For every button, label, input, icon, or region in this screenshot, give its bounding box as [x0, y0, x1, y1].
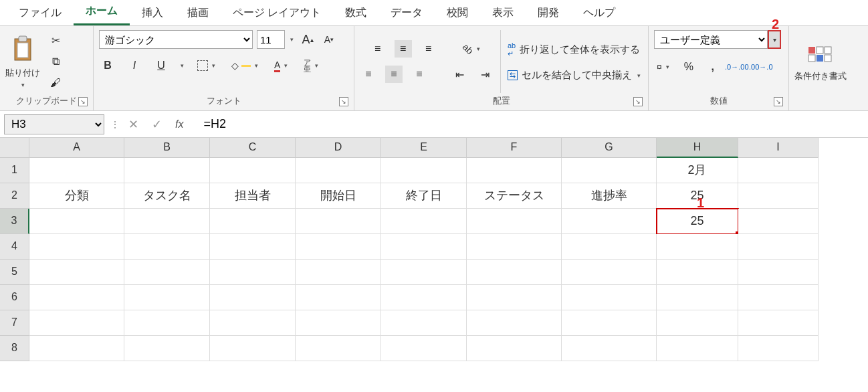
- col-header-H[interactable]: H: [657, 138, 738, 158]
- tab-help[interactable]: ヘルプ: [571, 1, 627, 25]
- cell-D8[interactable]: [296, 336, 381, 361]
- align-bottom-button[interactable]: ≡: [420, 40, 437, 58]
- cell-D1[interactable]: [296, 158, 381, 183]
- row-header-4[interactable]: 4: [0, 234, 29, 260]
- cell-H5[interactable]: [657, 260, 738, 285]
- col-header-I[interactable]: I: [738, 138, 819, 158]
- alignment-launcher[interactable]: ↘: [633, 97, 643, 106]
- cell-C8[interactable]: [210, 336, 296, 361]
- cell-H2[interactable]: 25: [657, 183, 738, 209]
- cell-A3[interactable]: [29, 209, 124, 234]
- cell-D3[interactable]: [296, 209, 381, 234]
- namebox-expand[interactable]: ⋮: [108, 119, 122, 130]
- cell-F4[interactable]: [467, 234, 562, 260]
- cell-F8[interactable]: [467, 336, 562, 361]
- row-header-7[interactable]: 7: [0, 310, 29, 336]
- decrease-indent-button[interactable]: ⇤: [451, 66, 468, 83]
- cell-G1[interactable]: [562, 158, 657, 183]
- cell-G2[interactable]: 進捗率: [562, 183, 657, 209]
- align-center-button[interactable]: ≡: [385, 66, 403, 83]
- cell-B4[interactable]: [124, 234, 210, 260]
- cell-I8[interactable]: [738, 336, 819, 361]
- align-middle-button[interactable]: ≡: [395, 40, 412, 58]
- decrease-font-button[interactable]: A▾: [320, 31, 338, 48]
- fill-color-button[interactable]: ◇▾: [229, 59, 262, 72]
- cell-H4[interactable]: [657, 234, 738, 260]
- orientation-button[interactable]: ab▾: [460, 42, 485, 56]
- cell-C7[interactable]: [210, 310, 296, 336]
- tab-formulas[interactable]: 数式: [333, 1, 378, 25]
- cell-B8[interactable]: [124, 336, 210, 361]
- name-box[interactable]: H3: [4, 114, 104, 134]
- enter-formula-button[interactable]: ✓: [152, 117, 162, 132]
- font-launcher[interactable]: ↘: [339, 97, 348, 106]
- cell-D4[interactable]: [296, 234, 381, 260]
- tab-file[interactable]: ファイル: [7, 1, 74, 25]
- cell-C3[interactable]: [210, 209, 296, 234]
- cell-I1[interactable]: [738, 158, 819, 183]
- cell-E5[interactable]: [381, 260, 467, 285]
- cell-E6[interactable]: [381, 285, 467, 310]
- cancel-formula-button[interactable]: ✕: [128, 117, 138, 132]
- paste-button[interactable]: 貼り付け ▾: [5, 35, 40, 88]
- row-header-6[interactable]: 6: [0, 285, 29, 310]
- cell-C6[interactable]: [210, 285, 296, 310]
- cell-C2[interactable]: 担当者: [210, 183, 296, 209]
- cell-F3[interactable]: [467, 209, 562, 234]
- italic-button[interactable]: I: [126, 57, 143, 74]
- cell-B3[interactable]: [124, 209, 210, 234]
- tab-insert[interactable]: 挿入: [130, 1, 175, 25]
- phonetic-button[interactable]: ア亜▾: [301, 58, 322, 74]
- cell-B2[interactable]: タスク名: [124, 183, 210, 209]
- cell-G4[interactable]: [562, 234, 657, 260]
- cell-H1[interactable]: 2月: [657, 158, 738, 183]
- cell-A6[interactable]: [29, 285, 124, 310]
- cell-E2[interactable]: 終了日: [381, 183, 467, 209]
- cell-F7[interactable]: [467, 310, 562, 336]
- col-header-B[interactable]: B: [124, 138, 210, 158]
- cell-I2[interactable]: [738, 183, 819, 209]
- col-header-E[interactable]: E: [381, 138, 467, 158]
- number-format-dropdown-button[interactable]: ▾: [768, 30, 781, 49]
- cell-D6[interactable]: [296, 285, 381, 310]
- cell-H6[interactable]: [657, 285, 738, 310]
- accounting-format-button[interactable]: ¤▾: [654, 60, 673, 74]
- chevron-down-icon[interactable]: ▾: [289, 36, 295, 43]
- increase-indent-button[interactable]: ⇥: [476, 66, 494, 83]
- cell-G3[interactable]: [562, 209, 657, 234]
- cell-B6[interactable]: [124, 285, 210, 310]
- cell-A4[interactable]: [29, 234, 124, 260]
- col-header-A[interactable]: A: [29, 138, 124, 158]
- cell-F6[interactable]: [467, 285, 562, 310]
- cell-G7[interactable]: [562, 310, 657, 336]
- formula-input[interactable]: [197, 114, 868, 134]
- cell-C1[interactable]: [210, 158, 296, 183]
- tab-review[interactable]: 校閲: [435, 1, 480, 25]
- increase-font-button[interactable]: A▴: [299, 31, 316, 48]
- cell-G5[interactable]: [562, 260, 657, 285]
- cell-G8[interactable]: [562, 336, 657, 361]
- copy-button[interactable]: ⧉: [47, 53, 64, 70]
- format-painter-button[interactable]: 🖌: [47, 74, 64, 92]
- tab-data[interactable]: データ: [378, 1, 435, 25]
- cell-I4[interactable]: [738, 234, 819, 260]
- cell-F1[interactable]: [467, 158, 562, 183]
- borders-button[interactable]: ▾: [195, 59, 219, 72]
- cell-F2[interactable]: ステータス: [467, 183, 562, 209]
- font-name-select[interactable]: 游ゴシック: [99, 30, 253, 49]
- cell-E1[interactable]: [381, 158, 467, 183]
- col-header-G[interactable]: G: [562, 138, 657, 158]
- cell-D5[interactable]: [296, 260, 381, 285]
- select-all-corner[interactable]: [0, 138, 29, 158]
- tab-home[interactable]: ホーム: [74, 0, 130, 25]
- cell-I7[interactable]: [738, 310, 819, 336]
- cell-E3[interactable]: [381, 209, 467, 234]
- row-header-3[interactable]: 3: [0, 209, 29, 234]
- col-header-F[interactable]: F: [467, 138, 562, 158]
- tab-developer[interactable]: 開発: [526, 1, 571, 25]
- cell-A1[interactable]: [29, 158, 124, 183]
- cell-I5[interactable]: [738, 260, 819, 285]
- cell-A8[interactable]: [29, 336, 124, 361]
- cell-B7[interactable]: [124, 310, 210, 336]
- font-color-button[interactable]: A▾: [272, 58, 292, 74]
